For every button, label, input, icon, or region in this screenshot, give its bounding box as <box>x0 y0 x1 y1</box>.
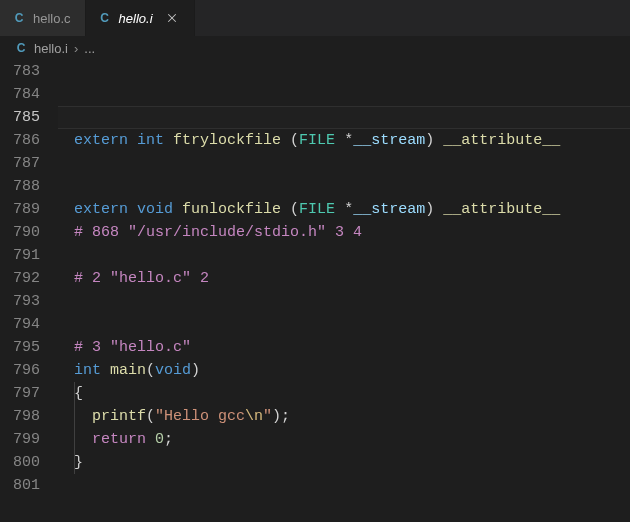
line-number: 800 <box>0 451 40 474</box>
tab-label: hello.c <box>33 11 71 26</box>
token <box>146 431 155 448</box>
line-number: 792 <box>0 267 40 290</box>
token: "Hello gcc <box>155 408 245 425</box>
token: # 868 "/usr/include/stdio.h" 3 4 <box>74 224 362 241</box>
tab-bar: C hello.c C hello.i <box>0 0 630 36</box>
code-line[interactable] <box>58 474 630 497</box>
token: int <box>74 362 101 379</box>
code-editor[interactable]: 7837847857867877887897907917927937947957… <box>0 60 630 522</box>
line-number: 786 <box>0 129 40 152</box>
close-icon[interactable] <box>164 10 180 26</box>
code-line[interactable] <box>58 290 630 313</box>
token: ) <box>425 132 443 149</box>
code-line[interactable]: return 0; <box>58 428 630 451</box>
token: int <box>137 132 164 149</box>
code-line[interactable]: # 3 "hello.c" <box>58 336 630 359</box>
breadcrumb[interactable]: C hello.i › ... <box>0 36 630 60</box>
token: main <box>110 362 146 379</box>
line-number: 793 <box>0 290 40 313</box>
tab-label: hello.i <box>119 11 153 26</box>
token: ( <box>281 201 299 218</box>
code-line[interactable]: printf("Hello gcc\n"); <box>58 405 630 428</box>
code-line[interactable]: { <box>58 382 630 405</box>
code-line[interactable] <box>58 106 630 129</box>
code-line[interactable] <box>58 313 630 336</box>
token <box>173 201 182 218</box>
indent-guide <box>74 382 75 474</box>
code-line[interactable]: } <box>58 451 630 474</box>
c-file-icon: C <box>12 11 26 25</box>
code-line[interactable]: # 2 "hello.c" 2 <box>58 267 630 290</box>
code-line[interactable]: extern int ftrylockfile (FILE *__stream)… <box>58 129 630 152</box>
line-number: 797 <box>0 382 40 405</box>
line-number: 784 <box>0 83 40 106</box>
breadcrumb-file: hello.i <box>34 41 68 56</box>
token: \n <box>245 408 263 425</box>
token: * <box>335 201 353 218</box>
token <box>128 132 137 149</box>
token: ); <box>272 408 290 425</box>
line-number: 799 <box>0 428 40 451</box>
token: " <box>263 408 272 425</box>
token: funlockfile <box>182 201 281 218</box>
token: ( <box>146 362 155 379</box>
token: void <box>137 201 173 218</box>
token: __attribute__ <box>443 201 560 218</box>
chevron-right-icon: › <box>74 41 78 56</box>
token: 0 <box>155 431 164 448</box>
c-file-icon: C <box>98 11 112 25</box>
token: ( <box>281 132 299 149</box>
line-number: 785 <box>0 106 40 129</box>
code-line[interactable] <box>58 244 630 267</box>
token: # 3 "hello.c" <box>74 339 191 356</box>
line-number: 783 <box>0 60 40 83</box>
token: FILE <box>299 201 335 218</box>
token <box>101 362 110 379</box>
line-number: 788 <box>0 175 40 198</box>
token: __attribute__ <box>443 132 560 149</box>
code-line[interactable] <box>58 175 630 198</box>
token: } <box>74 454 83 471</box>
token: extern <box>74 201 128 218</box>
token: ) <box>425 201 443 218</box>
code-line[interactable]: int main(void) <box>58 359 630 382</box>
token: ; <box>164 431 173 448</box>
token: ) <box>191 362 200 379</box>
tab-hello-i[interactable]: C hello.i <box>86 0 195 36</box>
c-file-icon: C <box>14 41 28 55</box>
token: printf <box>92 408 146 425</box>
line-number: 801 <box>0 474 40 497</box>
line-number: 790 <box>0 221 40 244</box>
tab-hello-c[interactable]: C hello.c <box>0 0 86 36</box>
code-line[interactable] <box>58 60 630 83</box>
token: ( <box>146 408 155 425</box>
token: FILE <box>299 132 335 149</box>
code-line[interactable]: # 868 "/usr/include/stdio.h" 3 4 <box>58 221 630 244</box>
line-number: 798 <box>0 405 40 428</box>
line-number: 796 <box>0 359 40 382</box>
line-number-gutter: 7837847857867877887897907917927937947957… <box>0 60 58 522</box>
code-line[interactable]: extern void funlockfile (FILE *__stream)… <box>58 198 630 221</box>
token <box>128 201 137 218</box>
line-number: 787 <box>0 152 40 175</box>
code-line[interactable] <box>58 152 630 175</box>
token <box>74 408 92 425</box>
code-area[interactable]: extern int ftrylockfile (FILE *__stream)… <box>58 60 630 522</box>
token: { <box>74 385 83 402</box>
token: return <box>92 431 146 448</box>
token: extern <box>74 132 128 149</box>
token: # 2 "hello.c" 2 <box>74 270 209 287</box>
token: __stream <box>353 132 425 149</box>
breadcrumb-rest: ... <box>84 41 95 56</box>
token: __stream <box>353 201 425 218</box>
token <box>164 132 173 149</box>
code-line[interactable] <box>58 83 630 106</box>
line-number: 791 <box>0 244 40 267</box>
token: ftrylockfile <box>173 132 281 149</box>
token: void <box>155 362 191 379</box>
token: * <box>335 132 353 149</box>
line-number: 789 <box>0 198 40 221</box>
token <box>74 431 92 448</box>
line-number: 795 <box>0 336 40 359</box>
line-number: 794 <box>0 313 40 336</box>
